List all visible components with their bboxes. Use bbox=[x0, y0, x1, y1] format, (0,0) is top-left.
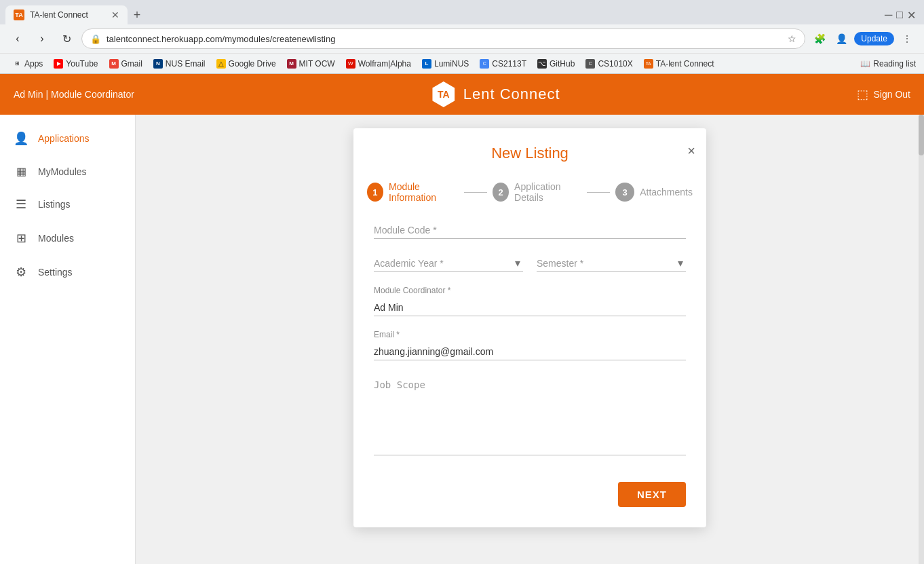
main-layout: 👤 Applications ▦ MyModules ☰ Listings ⊞ … bbox=[0, 115, 924, 564]
extensions-button[interactable]: 🧩 bbox=[811, 30, 828, 48]
step-2-circle: 2 bbox=[493, 183, 509, 202]
tab-bar: TA TA-lent Connect ✕ + ─ □ ✕ bbox=[0, 0, 924, 24]
step-1-circle: 1 bbox=[367, 183, 383, 202]
tab-favicon: TA bbox=[14, 10, 24, 20]
semester-select[interactable]: Semester * Semester 1 Semester 2 bbox=[537, 252, 686, 272]
bookmark-youtube[interactable]: ▶ YouTube bbox=[50, 58, 102, 70]
content-area: New Listing × 1 Module Information 2 bbox=[136, 115, 924, 564]
forward-button[interactable]: › bbox=[33, 29, 52, 48]
active-tab[interactable]: TA TA-lent Connect ✕ bbox=[5, 5, 128, 24]
email-value: zhuang.jianning@gmail.com bbox=[374, 341, 686, 360]
signout-icon: ⬚ bbox=[857, 87, 868, 102]
coordinator-label: Module Coordinator * bbox=[374, 286, 686, 295]
step-3-number: 3 bbox=[623, 187, 628, 198]
nus-favicon: N bbox=[153, 59, 163, 69]
new-listing-modal: New Listing × 1 Module Information 2 bbox=[353, 128, 706, 527]
bookmark-luminus[interactable]: L LumiNUS bbox=[418, 58, 473, 70]
signout-button[interactable]: ⬚ Sign Out bbox=[857, 87, 910, 102]
update-button[interactable]: Update bbox=[854, 32, 894, 45]
bookmark-mit-label: MIT OCW bbox=[299, 59, 335, 69]
youtube-favicon: ▶ bbox=[54, 59, 63, 69]
gdrive-favicon: △ bbox=[216, 59, 226, 69]
scrollbar-track[interactable] bbox=[919, 115, 924, 564]
academic-year-field: Academic Year * 2021/2022 2022/2023 2023… bbox=[374, 252, 523, 272]
bookmark-nus-label: NUS Email bbox=[166, 59, 206, 69]
sidebar: 👤 Applications ▦ MyModules ☰ Listings ⊞ … bbox=[0, 115, 136, 564]
bookmark-gdrive[interactable]: △ Google Drive bbox=[212, 58, 280, 70]
step-1: 1 Module Information bbox=[367, 181, 459, 203]
sidebar-applications-label: Applications bbox=[38, 133, 90, 144]
mit-favicon: M bbox=[287, 59, 296, 69]
url-text: talentconnect.herokuapp.com/mymodules/cr… bbox=[107, 34, 782, 44]
bookmark-nus-email[interactable]: N NUS Email bbox=[149, 58, 210, 70]
sidebar-item-modules[interactable]: ⊞ Modules bbox=[0, 221, 135, 255]
bookmark-github-label: GitHub bbox=[550, 59, 575, 69]
module-code-field bbox=[374, 219, 686, 239]
browser-controls: ‹ › ↻ 🔒 talentconnect.herokuapp.com/mymo… bbox=[0, 24, 924, 53]
sidebar-item-mymodules[interactable]: ▦ MyModules bbox=[0, 155, 135, 187]
sidebar-modules-label: Modules bbox=[38, 233, 74, 244]
reload-button[interactable]: ↻ bbox=[57, 29, 76, 48]
scrollbar-thumb[interactable] bbox=[919, 115, 924, 155]
job-scope-textarea[interactable] bbox=[374, 374, 686, 455]
bookmark-cs1010x[interactable]: C CS1010X bbox=[581, 58, 636, 70]
sidebar-listings-label: Listings bbox=[38, 199, 70, 210]
sidebar-settings-label: Settings bbox=[38, 267, 73, 278]
bookmark-apps-label: Apps bbox=[24, 59, 43, 69]
wolfram-favicon: W bbox=[346, 59, 355, 69]
bookmark-cs2113-label: CS2113T bbox=[492, 59, 526, 69]
reading-list-label: Reading list bbox=[873, 59, 916, 69]
bookmark-mit[interactable]: M MIT OCW bbox=[283, 58, 339, 70]
bookmark-talent-label: TA-lent Connect bbox=[656, 59, 714, 69]
reading-list-icon: 📖 bbox=[860, 59, 870, 69]
minimize-button[interactable]: ─ bbox=[885, 9, 892, 21]
address-bar[interactable]: 🔒 talentconnect.herokuapp.com/mymodules/… bbox=[81, 29, 805, 49]
gmail-favicon: M bbox=[109, 59, 119, 69]
more-menu-button[interactable]: ⋮ bbox=[898, 30, 916, 48]
new-tab-button[interactable]: + bbox=[128, 5, 147, 24]
modules-icon: ⊞ bbox=[14, 231, 28, 246]
cs1010-favicon: C bbox=[585, 59, 595, 69]
bookmark-github[interactable]: ⌥ GitHub bbox=[533, 58, 579, 70]
back-button[interactable]: ‹ bbox=[8, 29, 27, 48]
step-line-1 bbox=[464, 192, 488, 193]
bookmark-gmail[interactable]: M Gmail bbox=[105, 58, 147, 70]
sidebar-item-listings[interactable]: ☰ Listings bbox=[0, 187, 135, 221]
sidebar-item-applications[interactable]: 👤 Applications bbox=[0, 121, 135, 155]
bookmark-youtube-label: YouTube bbox=[66, 59, 98, 69]
browser-chrome: TA TA-lent Connect ✕ + ─ □ ✕ ‹ › ↻ 🔒 tal… bbox=[0, 0, 924, 74]
module-code-input[interactable] bbox=[374, 219, 686, 239]
app-header: Ad Min | Module Coordinator TA Lent Conn… bbox=[0, 74, 924, 115]
logo-text: TA bbox=[438, 89, 450, 100]
bookmark-luminus-label: LumiNUS bbox=[434, 59, 469, 69]
coordinator-field: Module Coordinator * Ad Min bbox=[374, 286, 686, 316]
maximize-button[interactable]: □ bbox=[896, 9, 903, 21]
modal-close-button[interactable]: × bbox=[687, 143, 695, 159]
next-button[interactable]: NEXT bbox=[618, 482, 686, 507]
sidebar-item-settings[interactable]: ⚙ Settings bbox=[0, 255, 135, 289]
lock-icon: 🔒 bbox=[90, 34, 101, 44]
tab-close-button[interactable]: ✕ bbox=[111, 10, 119, 20]
step-2: 2 Application Details bbox=[493, 181, 581, 203]
bookmark-talent-connect[interactable]: TA TA-lent Connect bbox=[640, 58, 718, 70]
bookmark-wolfram-label: Wolfram|Alpha bbox=[358, 59, 411, 69]
email-label: Email * bbox=[374, 330, 686, 339]
signout-label: Sign Out bbox=[874, 89, 910, 100]
account-button[interactable]: 👤 bbox=[832, 30, 850, 48]
close-window-button[interactable]: ✕ bbox=[907, 9, 916, 22]
modal-header: New Listing × bbox=[353, 128, 706, 173]
bookmark-apps[interactable]: ⊞ Apps bbox=[8, 58, 47, 70]
apps-favicon: ⊞ bbox=[12, 59, 22, 69]
bookmark-cs1010-label: CS1010X bbox=[598, 59, 632, 69]
star-icon[interactable]: ☆ bbox=[788, 33, 796, 44]
bookmark-gmail-label: Gmail bbox=[121, 59, 142, 69]
app-wrapper: Ad Min | Module Coordinator TA Lent Conn… bbox=[0, 74, 924, 564]
reading-list-button[interactable]: 📖 Reading list bbox=[860, 59, 916, 69]
semester-field: Semester * Semester 1 Semester 2 ▾ bbox=[537, 252, 686, 272]
academic-year-select-wrapper: Academic Year * 2021/2022 2022/2023 2023… bbox=[374, 252, 523, 272]
stepper: 1 Module Information 2 Application Detai… bbox=[353, 173, 706, 219]
academic-year-select[interactable]: Academic Year * 2021/2022 2022/2023 2023… bbox=[374, 252, 523, 272]
bookmark-cs2113t[interactable]: C CS2113T bbox=[476, 58, 531, 70]
bookmark-wolfram[interactable]: W Wolfram|Alpha bbox=[342, 58, 415, 70]
listings-icon: ☰ bbox=[14, 197, 28, 212]
